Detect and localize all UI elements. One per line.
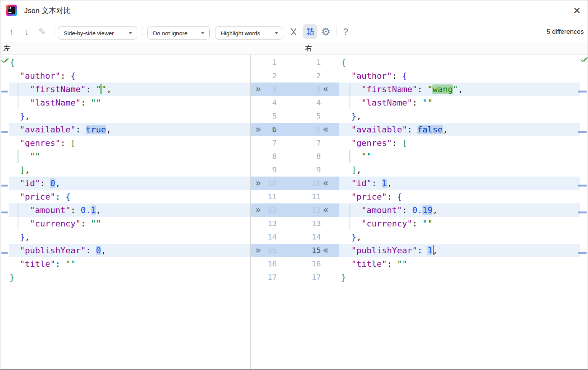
apply-change-left-icon[interactable]: «	[323, 244, 328, 257]
indent-guide	[18, 150, 18, 163]
right-line-number: 16	[304, 257, 321, 271]
left-line-number: 6	[260, 123, 277, 136]
next-difference-button[interactable]: ↓	[20, 25, 33, 39]
left-line-number: 14	[260, 230, 277, 244]
left-editor[interactable]: { "author": { "firstName": "", "lastName…	[9, 55, 251, 369]
title-bar: IJ Json 文本对比 ✕	[0, 0, 588, 21]
gutter-row-7: 77	[251, 136, 339, 150]
indent-guide	[350, 150, 350, 163]
right-line-number: 10	[304, 177, 321, 190]
change-marker	[1, 131, 8, 133]
right-line-number: 15	[304, 244, 321, 257]
right-line-number: 4	[304, 96, 321, 109]
indent-guide	[18, 203, 18, 230]
apply-change-left-icon[interactable]: «	[323, 83, 328, 96]
apply-change-left-icon[interactable]: «	[323, 177, 328, 190]
code-line-right-10: "id": 1,	[339, 177, 580, 190]
left-panel-title: 左	[3, 43, 10, 55]
gutter-row-2: 22	[251, 69, 339, 83]
diff-editor: { "author": { "firstName": "", "lastName…	[0, 55, 588, 369]
code-line-right-17: }	[339, 271, 580, 284]
code-line-right-7: "genres": [	[339, 136, 580, 150]
gutter-row-16: 1616	[251, 257, 339, 271]
change-marker	[578, 131, 587, 133]
right-editor[interactable]: { "author": { "firstName": "wang", "last…	[339, 55, 580, 369]
window-title: Json 文本对比	[24, 6, 71, 16]
right-line-number: 2	[304, 69, 321, 83]
change-marker	[578, 211, 587, 213]
highlight-policy-dropdown[interactable]: Highlight words	[215, 26, 283, 40]
gutter-row-14: 1414	[251, 230, 339, 244]
right-line-number: 7	[304, 136, 321, 150]
no-problems-check-icon	[1, 57, 9, 64]
collapse-unchanged-icon[interactable]	[287, 25, 300, 39]
code-line-right-1: {	[339, 56, 580, 69]
gutter-row-4: 44	[251, 96, 339, 109]
gutter-row-13: 1313	[251, 217, 339, 230]
no-problems-check-icon	[580, 56, 588, 63]
chevron-down-icon	[274, 32, 278, 34]
gutter-row-11: 1111	[251, 190, 339, 203]
right-line-number: 1	[304, 56, 321, 69]
gutter-row-1: 11	[251, 56, 339, 69]
close-icon[interactable]: ✕	[571, 5, 583, 17]
code-line-right-5: },	[339, 109, 580, 123]
apply-change-left-icon[interactable]: «	[323, 203, 328, 217]
code-line-left-6: "available": true,	[9, 123, 250, 136]
left-line-number: 4	[260, 96, 277, 109]
left-line-number: 15	[260, 244, 277, 257]
gutter-row-10: »1010«	[251, 177, 339, 190]
gear-icon[interactable]: ⚙	[319, 25, 332, 39]
code-line-right-4: "lastName": ""	[339, 96, 580, 109]
code-line-right-8: ""	[339, 150, 580, 163]
left-line-number: 2	[260, 69, 277, 83]
previous-difference-button[interactable]: ↑	[5, 25, 18, 39]
code-line-left-15: "publishYear": 0,	[9, 244, 250, 257]
right-line-number: 12	[304, 203, 321, 217]
left-line-number: 10	[260, 177, 277, 190]
right-line-number: 14	[304, 230, 321, 244]
code-line-left-8: ""	[9, 150, 250, 163]
toolbar-separator	[337, 26, 337, 37]
code-line-left-7: "genres": [	[9, 136, 250, 150]
viewer-mode-dropdown[interactable]: Side-by-side viewer	[58, 26, 137, 40]
left-line-number: 17	[260, 271, 277, 284]
sync-scroll-toggle[interactable]	[303, 24, 317, 39]
right-marker-gutter	[580, 55, 588, 369]
code-line-right-12: "amount": 0.19,	[339, 203, 580, 217]
code-line-right-11: "price": {	[339, 190, 580, 203]
gutter-row-15: »1515«	[251, 244, 339, 257]
right-line-number: 11	[304, 190, 321, 203]
right-line-number: 6	[304, 123, 321, 136]
help-icon[interactable]: ?	[339, 25, 352, 39]
change-marker	[1, 252, 8, 254]
right-line-number: 8	[304, 150, 321, 163]
ignore-policy-dropdown[interactable]: Do not ignore	[147, 26, 210, 40]
toolbar: ↑ ↓ ✎ Side-by-side viewer Do not ignore …	[0, 21, 588, 43]
line-number-gutter: 1122»33«4455»66«778899»1010«1111»1212«13…	[251, 55, 339, 369]
left-line-number: 9	[260, 163, 277, 177]
left-line-number: 5	[260, 109, 277, 123]
code-line-left-10: "id": 0,	[9, 177, 250, 190]
code-line-right-14: },	[339, 230, 580, 244]
apply-change-left-icon[interactable]: «	[323, 123, 328, 136]
code-line-right-9: ],	[339, 163, 580, 177]
left-line-number: 11	[260, 190, 277, 203]
left-line-number: 8	[260, 150, 277, 163]
right-line-number: 17	[304, 271, 321, 284]
code-line-right-6: "available": false,	[339, 123, 580, 136]
gutter-row-3: »33«	[251, 83, 339, 96]
toolbar-separator	[54, 26, 54, 37]
code-line-left-2: "author": {	[9, 69, 250, 83]
code-line-left-16: "title": ""	[9, 257, 250, 271]
gutter-row-12: »1212«	[251, 203, 339, 217]
diff-window: IJ Json 文本对比 ✕ ↑ ↓ ✎ Side-by-side viewer…	[0, 0, 588, 370]
code-line-left-14: },	[9, 230, 250, 244]
chevron-down-icon	[128, 32, 132, 34]
edit-icon[interactable]: ✎	[36, 25, 49, 39]
code-line-left-17: }	[9, 271, 250, 284]
code-line-right-15: "publishYear": 1,	[339, 244, 580, 257]
right-panel-title: 右	[305, 43, 312, 55]
left-marker-gutter	[0, 55, 9, 369]
intellij-logo-icon: IJ	[6, 5, 17, 16]
